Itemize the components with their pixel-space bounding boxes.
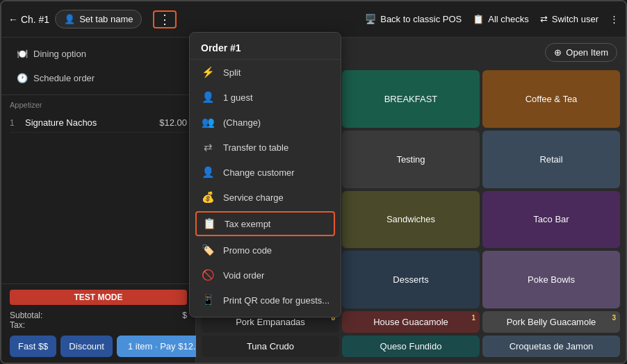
- set-tab-name-button[interactable]: 👤 Set tab name: [55, 10, 142, 28]
- tile-label: Croquetas de Jamon: [510, 341, 594, 351]
- menu-item-icon: 🚫: [201, 269, 215, 281]
- item-number: 1: [10, 118, 19, 128]
- menu-tile[interactable]: Poke Bowls: [482, 251, 620, 308]
- menu-tile[interactable]: BREAKFAST: [342, 70, 480, 128]
- menu-item-icon: 💰: [201, 191, 215, 204]
- menu-tile[interactable]: Queso Fundido: [342, 336, 480, 357]
- menu-item-label: Change customer: [223, 167, 295, 178]
- menu-tile[interactable]: Sandwiches: [342, 191, 480, 249]
- tile-label: Retail: [539, 154, 562, 165]
- menu-tile[interactable]: 1House Guacamole: [342, 311, 480, 333]
- context-menu-item[interactable]: 🚫Void order: [190, 263, 341, 288]
- clock-icon: 🕐: [17, 73, 28, 83]
- context-menu-item[interactable]: 🏷️Promo code: [190, 238, 341, 263]
- context-menu-item[interactable]: ⚡Split: [190, 60, 341, 85]
- schedule-order-button[interactable]: 🕐 Schedule order: [10, 67, 187, 89]
- tax-label: Tax:: [10, 320, 25, 330]
- menu-item-label: Promo code: [223, 245, 272, 256]
- order-item-left: 1 Signature Nachos: [10, 117, 97, 128]
- section-label: Appetizer: [10, 101, 187, 109]
- menu-tile[interactable]: Coffee & Tea: [482, 70, 620, 128]
- menu-tile[interactable]: Taco Bar: [482, 191, 620, 249]
- menu-item-label: Service charge: [223, 192, 284, 203]
- all-checks-button[interactable]: 📋 All checks: [473, 14, 529, 24]
- tile-badge: 1: [471, 314, 475, 322]
- test-mode-banner: TEST MODE: [10, 290, 187, 305]
- left-panel: 🍽️ Dining option 🕐 Schedule order Appeti…: [1, 38, 196, 363]
- back-to-classic-label: Back to classic POS: [380, 14, 462, 24]
- schedule-order-label: Schedule order: [33, 73, 95, 83]
- order-items: Appetizer 1 Signature Nachos $12.00: [1, 95, 195, 283]
- menu-tile[interactable]: Testing: [342, 131, 480, 188]
- tile-label: Poke Bowls: [528, 274, 575, 285]
- monitor-icon: 🖥️: [365, 14, 376, 24]
- menu-item-label: Void order: [223, 270, 264, 281]
- subtotal-label: Subtotal:: [10, 311, 42, 320]
- tile-label: Sandwiches: [386, 214, 435, 224]
- context-menu-item[interactable]: 📱Print QR code for guests...: [190, 288, 341, 313]
- more-icon: ⋮: [158, 13, 171, 26]
- plus-icon: ⊕: [554, 47, 562, 58]
- tile-label: House Guacamole: [373, 317, 448, 327]
- menu-tile[interactable]: 3Pork Belly Guacamole: [482, 311, 620, 333]
- menu-item-icon: 👤: [201, 91, 215, 104]
- menu-tile[interactable]: Retail: [482, 131, 620, 188]
- tile-label: Testing: [396, 154, 425, 165]
- table-row[interactable]: 1 Signature Nachos $12.00: [10, 113, 187, 133]
- menu-item-label: Print QR code for guests...: [223, 295, 329, 306]
- context-menu-title: Order #1: [190, 37, 341, 60]
- all-checks-label: All checks: [488, 14, 529, 24]
- open-item-button[interactable]: ⊕ Open Item: [545, 43, 617, 62]
- tile-label: Tuna Crudo: [247, 341, 294, 351]
- open-item-label: Open Item: [566, 47, 608, 58]
- menu-item-label: (Change): [223, 117, 261, 128]
- back-label: ← Ch. #1: [8, 14, 49, 25]
- switch-user-button[interactable]: ⇄ Switch user: [540, 14, 598, 24]
- menu-item-icon: 🏷️: [201, 244, 215, 256]
- context-menu-item[interactable]: 📋Tax exempt: [195, 211, 335, 236]
- tile-label: Queso Fundido: [380, 341, 442, 351]
- dining-option-label: Dining option: [33, 49, 86, 59]
- context-menu-item[interactable]: 💰Service charge: [190, 185, 341, 210]
- menu-item-icon: 👤: [201, 166, 215, 179]
- tile-label: Coffee & Tea: [526, 94, 578, 104]
- discount-button[interactable]: Discount: [60, 336, 113, 357]
- left-footer: TEST MODE Subtotal: $ Tax: Fast $$ Disco…: [1, 283, 195, 363]
- context-menu-item[interactable]: 👤1 guest: [190, 85, 341, 110]
- fast-cash-button[interactable]: Fast $$: [10, 336, 56, 357]
- item-name: Signature Nachos: [25, 117, 97, 128]
- top-bar-right: 🖥️ Back to classic POS 📋 All checks ⇄ Sw…: [365, 14, 619, 24]
- user-icon: 👤: [64, 14, 75, 24]
- menu-item-icon: ⇄: [201, 141, 215, 154]
- context-menu-item[interactable]: ⇄Transfer to table: [190, 135, 341, 160]
- topbar-more-button[interactable]: ⋮: [610, 14, 619, 24]
- menu-tile[interactable]: Desserts: [342, 251, 480, 308]
- more-options-button[interactable]: ⋮: [153, 10, 177, 28]
- menu-item-icon: 📱: [201, 294, 215, 306]
- totals: Subtotal: $ Tax:: [10, 311, 187, 330]
- context-menu-item[interactable]: 👥(Change): [190, 110, 341, 135]
- back-button[interactable]: ← Ch. #1: [8, 14, 49, 25]
- tile-label: Taco Bar: [533, 214, 569, 224]
- switch-user-label: Switch user: [552, 14, 598, 24]
- menu-item-label: Split: [223, 67, 241, 78]
- screen: ← Ch. #1 👤 Set tab name ⋮ 🖥️ Back to cla…: [0, 0, 627, 364]
- back-to-classic-button[interactable]: 🖥️ Back to classic POS: [365, 14, 462, 24]
- checks-icon: 📋: [473, 14, 484, 24]
- context-menu-items: ⚡Split👤1 guest👥(Change)⇄Transfer to tabl…: [190, 60, 341, 313]
- tile-label: BREAKFAST: [384, 94, 438, 104]
- dining-option-button[interactable]: 🍽️ Dining option: [10, 43, 187, 65]
- tile-label: Pork Belly Guacamole: [507, 317, 596, 327]
- context-menu-item[interactable]: 👤Change customer: [190, 160, 341, 185]
- switch-icon: ⇄: [540, 14, 548, 24]
- menu-item-label: 1 guest: [223, 92, 253, 103]
- menu-item-label: Transfer to table: [223, 142, 288, 153]
- subtotal-value: $: [182, 311, 187, 320]
- topbar-more-icon: ⋮: [610, 14, 619, 24]
- menu-item-icon: ⚡: [201, 66, 215, 78]
- menu-tile[interactable]: Tuna Crudo: [202, 336, 339, 357]
- menu-item-icon: 📋: [202, 217, 216, 230]
- context-menu: Order #1 ⚡Split👤1 guest👥(Change)⇄Transfe…: [189, 32, 341, 317]
- left-options: 🍽️ Dining option 🕐 Schedule order: [1, 38, 195, 95]
- menu-tile[interactable]: Croquetas de Jamon: [482, 336, 620, 357]
